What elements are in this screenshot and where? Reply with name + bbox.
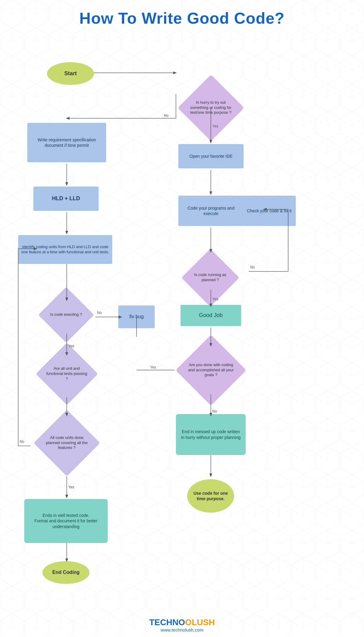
page-title: How To Write Good Code?: [0, 0, 364, 33]
footer: TECHNOOLUSH www.technolush.com: [0, 618, 364, 632]
all-code-units-label: All code units done planned covering all…: [42, 434, 92, 452]
brand-o: O: [185, 618, 192, 627]
identify-coding-node: Identify coding units from HLD and LLD a…: [18, 235, 112, 264]
end-messed-node: End in messed up code written in hurry w…: [176, 414, 246, 455]
good-job-node: Good Job: [180, 305, 241, 326]
svg-text:No: No: [164, 113, 169, 118]
start-node: Start: [47, 62, 94, 85]
ends-well-tested-node: Ends in well tested code. Format and doc…: [24, 499, 108, 543]
all-code-units-diamond: All code units done planned covering all…: [27, 408, 106, 478]
check-fix-node: Check your code & fix it: [243, 196, 296, 226]
are-you-done-label: Are you done with coding and accomplishe…: [185, 361, 237, 379]
code-running-label: Is code running as planned ?: [188, 271, 232, 284]
end-coding-node: End Coding: [42, 561, 89, 584]
write-req-node: Write requirement specification document…: [27, 123, 106, 162]
svg-text:No: No: [250, 265, 255, 269]
hurry-label: In hurry to try out something or coding …: [187, 99, 235, 117]
svg-text:No: No: [212, 409, 217, 413]
hld-lld-node: HLD + LLD: [33, 187, 99, 211]
footer-url: www.technolush.com: [0, 627, 364, 632]
brand-techno: TECHNO: [149, 618, 185, 627]
code-executing-label: Is code execting ?: [45, 311, 87, 319]
brand-lush: LUSH: [192, 618, 215, 627]
svg-text:No: No: [20, 440, 25, 444]
unit-tests-label: Are all unit and functional tests passin…: [43, 365, 90, 383]
are-you-done-diamond: Are you done with coding and accomplishe…: [169, 338, 253, 402]
code-executing-diamond: Is code execting ?: [30, 290, 103, 340]
svg-text:Yes: Yes: [68, 485, 74, 489]
unit-tests-diamond: Are all unit and functional tests passin…: [27, 346, 106, 402]
open-ide-node: Open your favorite IDE: [178, 144, 244, 168]
code-running-diamond: Is code running as planned ?: [172, 252, 248, 303]
use-code-node: Use code for one time purpose.: [187, 479, 234, 513]
svg-text:Yes: Yes: [150, 365, 156, 369]
code-programs-node: Code your programs and execute: [178, 196, 244, 226]
fix-bug-node: fix bug: [118, 305, 155, 328]
hurry-diamond: In hurry to try out something or coding …: [170, 77, 252, 138]
